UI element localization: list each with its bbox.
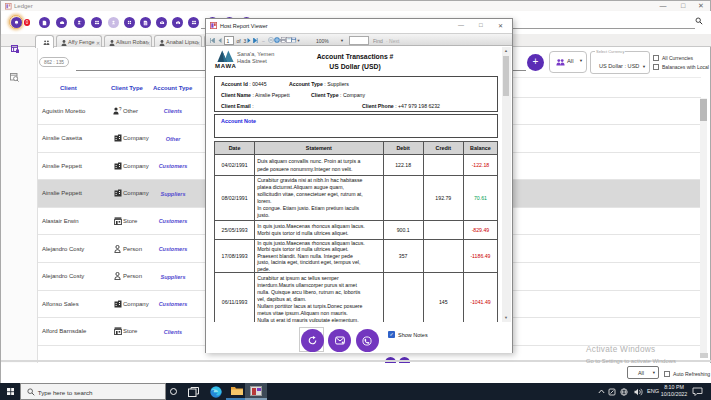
svg-text:?: ?: [119, 107, 122, 112]
